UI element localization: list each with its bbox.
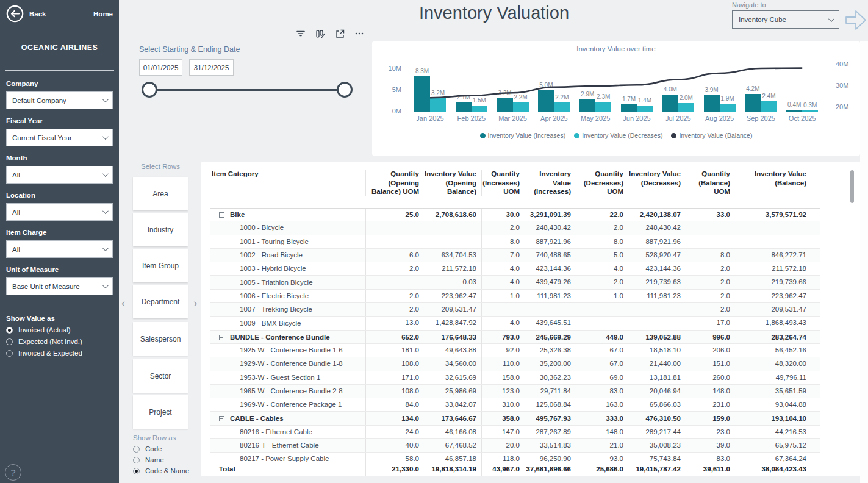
filter-dropdown-item-charge[interactable]: All — [6, 240, 113, 258]
cell-value: 206.0 — [686, 344, 735, 357]
table-row[interactable]: 80217 - Power Supply Cable58.046,857.181… — [210, 453, 820, 462]
show-row-option-name[interactable]: Name — [133, 456, 200, 463]
table-row[interactable]: 1969-W - Conference Package 184.033,842.… — [210, 398, 820, 412]
table-row[interactable]: 1005 - Triathlon Bicycle0.034.0439,479.2… — [210, 276, 820, 289]
collapse-icon[interactable] — [219, 416, 224, 421]
legend-item-inventory-value-balance[interactable]: Inventory Value (Balance) — [671, 132, 752, 139]
bar-inventory-value-decreases-jun-2025[interactable] — [637, 106, 653, 112]
collapse-icon[interactable] — [219, 335, 224, 340]
back-button[interactable]: Back — [6, 5, 46, 23]
column-header-quantity-opening-balance-uom[interactable]: Quantity (Opening Balance) UOM — [366, 170, 424, 196]
chevron-left-icon[interactable]: ‹ — [121, 296, 125, 310]
sidebar-filter-month: MonthAll — [6, 154, 113, 184]
more-options-icon[interactable] — [351, 26, 367, 41]
filter-dropdown-location[interactable]: All — [6, 203, 113, 221]
cell-value: 46,166.08 — [424, 426, 482, 438]
bar-inventory-value-decreases-mar-2025[interactable] — [513, 102, 529, 112]
column-header-quantity-increases-uom[interactable]: Quantity (Increases) UOM — [482, 170, 525, 196]
cell-value: 33,514.83 — [525, 439, 576, 452]
bar-data-label: 4.0M — [656, 86, 684, 93]
column-header-quantity-balance-uom[interactable]: Quantity (Balance) UOM — [686, 170, 735, 196]
column-header-inventory-value-decreases[interactable]: Inventory Value (Decreases) — [628, 170, 686, 196]
select-rows-button-industry[interactable]: Industry — [133, 213, 188, 246]
date-slider-track[interactable] — [149, 89, 345, 91]
cell-value: 1,428,847.92 — [424, 317, 482, 329]
legend-item-inventory-value-decreases[interactable]: Inventory Value (Decreases) — [574, 132, 662, 139]
select-rows-button-item-group[interactable]: Item Group — [133, 249, 188, 282]
bar-inventory-value-decreases-apr-2025[interactable] — [554, 102, 570, 112]
start-date-input[interactable]: 01/01/2025 — [139, 59, 182, 76]
column-header-quantity-decreases-uom[interactable]: Quantity (Decreases) UOM — [576, 170, 628, 196]
show-value-option-expected-not-invd[interactable]: Expected (Not Invd.) — [6, 338, 113, 345]
row-label: 1007 - Trekking Bicycle — [240, 303, 312, 316]
table-row[interactable]: 1929-W - Conference Bundle 1-8108.034,56… — [210, 357, 820, 371]
cell-value: 24.0 — [366, 426, 424, 438]
edit-icon[interactable] — [312, 26, 328, 41]
date-slider-handle-end[interactable] — [337, 82, 353, 98]
column-header-inventory-value-balance[interactable]: Inventory Value (Balance) — [735, 170, 811, 196]
table-row[interactable]: 1007 - Trekking Bicycle2.0209,531.472.02… — [210, 303, 820, 317]
navigate-to-dropdown[interactable]: Inventory Cube — [732, 10, 839, 29]
bar-inventory-value-decreases-jul-2025[interactable] — [678, 103, 694, 112]
select-rows-button-area[interactable]: Area — [133, 177, 188, 210]
back-label: Back — [29, 10, 46, 18]
table-row[interactable]: 1000 - Bicycle2.0248,430.422.0248,430.42 — [210, 221, 820, 235]
end-date-input[interactable]: 31/12/2025 — [189, 59, 234, 76]
table-row[interactable]: 80216 - Ethernet Cable24.046,166.08147.0… — [210, 426, 820, 439]
show-row-option-code-name[interactable]: Code & Name — [133, 467, 200, 474]
table-row[interactable]: 1003 - Hybrid Bicycle2.0211,572.184.0423… — [210, 262, 820, 276]
table-row[interactable]: 1009 - BMX Bicycle13.01,428,847.924.0439… — [210, 317, 820, 330]
select-rows-button-project[interactable]: Project — [133, 395, 188, 429]
bar-inventory-value-decreases-jan-2025[interactable] — [430, 98, 446, 112]
column-header-inventory-value-increases[interactable]: Inventory Value (Increases) — [525, 170, 576, 196]
cell-value: 245,669.29 — [525, 331, 576, 344]
bar-inventory-value-increases-oct-2025[interactable] — [786, 110, 802, 112]
table-row[interactable]: 1925-W - Conference Bundle 1-6181.049,64… — [210, 344, 820, 357]
table-row[interactable]: 1965-W - Conference Bundle 2-8108.025,98… — [210, 385, 820, 398]
help-icon[interactable]: ? — [5, 464, 21, 481]
show-value-option-invoiced-actual[interactable]: Invoiced (Actual) — [6, 326, 113, 334]
radio-label: Code & Name — [145, 467, 189, 474]
bar-inventory-value-decreases-sep-2025[interactable] — [761, 101, 777, 112]
filter-dropdown-month[interactable]: All — [6, 166, 113, 184]
bar-inventory-value-decreases-aug-2025[interactable] — [720, 104, 736, 112]
home-button[interactable]: Home — [93, 10, 113, 18]
sidebar: Back Home OCEANIC AIRLINES CompanyDefaul… — [0, 0, 119, 483]
show-row-option-code[interactable]: Code — [133, 445, 200, 453]
table-row[interactable]: 80216-T - Ethernet Cable40.067,468.5220.… — [210, 439, 820, 453]
x-axis-label: May 2025 — [575, 115, 616, 122]
bar-inventory-value-increases-jun-2025[interactable] — [621, 104, 637, 112]
table-row[interactable]: 1002 - Road Bicycle6.0634,704.537.0740,4… — [210, 249, 820, 262]
show-value-option-invoiced-expected[interactable]: Invoiced & Expected — [6, 349, 113, 357]
filter-dropdown-unit-of-measure[interactable]: Base Unit of Measure — [6, 277, 113, 295]
legend-item-inventory-value-increases[interactable]: Inventory Value (Increases) — [480, 132, 566, 139]
filter-dropdown-company[interactable]: Default Company — [6, 91, 113, 109]
bar-inventory-value-decreases-oct-2025[interactable] — [802, 110, 818, 112]
table-group-row[interactable]: BUNDLE - Conference Bundle652.0176,648.3… — [210, 331, 820, 344]
table-group-row[interactable]: CABLE - Cables134.0173,646.67358.0495,76… — [210, 412, 820, 425]
filter-icon[interactable] — [293, 26, 309, 41]
bar-inventory-value-increases-may-2025[interactable] — [579, 99, 595, 112]
select-rows-button-department[interactable]: Department — [133, 285, 188, 318]
select-rows-button-sector[interactable]: Sector — [133, 359, 188, 393]
table-scrollbar-thumb[interactable] — [850, 170, 854, 203]
cell-value: 148.0 — [686, 385, 735, 398]
date-slider-handle-start[interactable] — [142, 82, 157, 98]
column-header-item-category[interactable]: Item Category — [210, 170, 366, 196]
table-group-row[interactable]: Bike25.02,708,618.6030.03,291,091.3922.0… — [210, 208, 820, 221]
navigate-arrow-button[interactable] — [844, 7, 867, 33]
focus-mode-icon[interactable] — [332, 26, 348, 41]
row-label: 1929-W - Conference Bundle 1-8 — [240, 357, 343, 370]
bar-inventory-value-decreases-may-2025[interactable] — [595, 102, 611, 112]
bar-inventory-value-decreases-feb-2025[interactable] — [472, 106, 487, 112]
table-row[interactable]: 1001 - Touring Bicycle8.0887,921.968.088… — [210, 235, 820, 249]
select-rows-button-salesperson[interactable]: Salesperson — [133, 322, 188, 356]
inventory-matrix: Item CategoryQuantity (Opening Balance) … — [201, 162, 860, 476]
filter-dropdown-fiscal-year[interactable]: Current Fiscal Year — [6, 129, 113, 146]
table-row[interactable]: 1953-W - Guest Section 1171.032,615.6915… — [210, 371, 820, 385]
table-row[interactable]: 1006 - Electric Bicycle2.0223,962.471.01… — [210, 290, 820, 303]
chevron-right-icon[interactable]: › — [193, 296, 197, 310]
bar-inventory-value-increases-feb-2025[interactable] — [456, 102, 472, 112]
column-header-inventory-value-opening-balance[interactable]: Inventory Value (Opening Balance) — [424, 170, 482, 196]
collapse-icon[interactable] — [219, 212, 224, 218]
